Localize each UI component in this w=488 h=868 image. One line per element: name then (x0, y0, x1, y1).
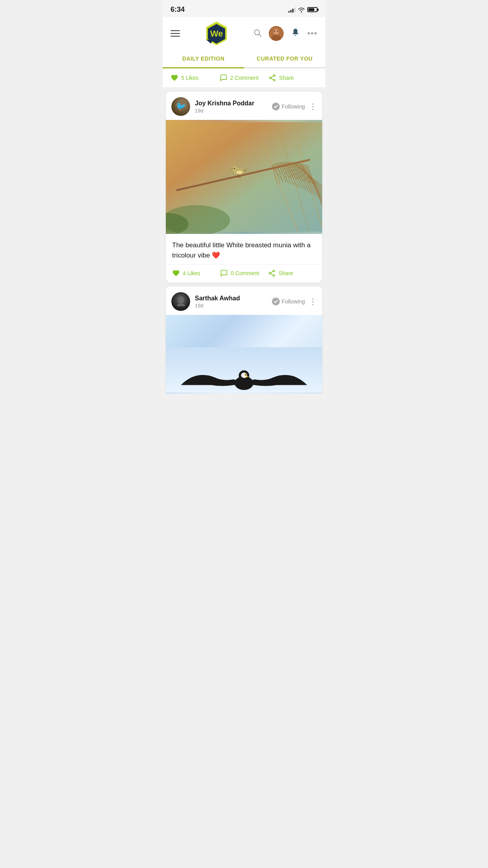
post-action-bar-1: 4 Likes 0 Comment Share (166, 264, 322, 283)
wifi-icon (298, 7, 305, 13)
status-bar: 6:34 (163, 0, 325, 17)
post-follow-area-2: Following ⋮ (272, 297, 317, 306)
svg-point-12 (270, 77, 271, 79)
post-more-2[interactable]: ⋮ (309, 297, 317, 306)
following-label-1: Following (282, 103, 305, 110)
svg-point-13 (273, 79, 275, 81)
user-avatar[interactable] (269, 26, 284, 41)
post-card-2: Sarthak Awhad 19d Following ⋮ (166, 287, 322, 394)
post-header-1: Joy Krishna Poddar 19d Following ⋮ (166, 92, 322, 120)
signal-icon (288, 7, 295, 13)
post-comments-button-1[interactable]: 0 Comment (220, 269, 268, 277)
post-avatar-2[interactable] (171, 292, 190, 311)
app-logo[interactable]: We (204, 21, 229, 46)
svg-line-70 (271, 271, 273, 273)
comments-button-top[interactable]: 2 Comment (220, 74, 269, 82)
svg-line-71 (271, 274, 273, 275)
post-header-2: Sarthak Awhad 19d Following ⋮ (166, 287, 322, 315)
post-user-info-2: Sarthak Awhad 19d (195, 295, 272, 309)
top-action-bar: 5 Likes 2 Comment Share (163, 68, 325, 88)
top-share-label: Share (279, 75, 294, 81)
svg-line-14 (271, 76, 273, 77)
search-button[interactable] (253, 28, 262, 39)
svg-point-68 (269, 272, 271, 274)
top-likes-count: 5 Likes (181, 75, 198, 81)
tab-daily-edition[interactable]: DAILY EDITION (163, 50, 244, 67)
post-image-1 (166, 120, 322, 234)
post-avatar-1[interactable] (171, 97, 190, 116)
top-comments-count: 2 Comment (230, 75, 259, 81)
post-time-1: 19d (195, 108, 272, 114)
likes-button[interactable]: 5 Likes (171, 74, 220, 82)
svg-point-60 (234, 168, 235, 169)
post-share-button-1[interactable]: Share (268, 269, 316, 277)
svg-point-9 (274, 31, 275, 32)
post-follow-area-1: Following ⋮ (272, 102, 317, 111)
hamburger-menu[interactable] (171, 30, 180, 37)
main-tabs: DAILY EDITION CURATED FOR YOU (163, 50, 325, 68)
svg-point-10 (277, 31, 278, 32)
svg-line-5 (259, 34, 261, 36)
post-more-1[interactable]: ⋮ (309, 102, 317, 111)
status-icons (288, 7, 317, 13)
svg-point-67 (273, 270, 275, 272)
following-badge-1[interactable]: Following (272, 103, 305, 110)
post-image-2 (166, 315, 322, 394)
post-likes-count-1: 4 Likes (183, 270, 200, 276)
header-actions: ••• (253, 26, 317, 41)
notification-button[interactable] (291, 28, 300, 39)
post-caption-1: The beautiful little White breasted muni… (166, 234, 322, 264)
post-username-1[interactable]: Joy Krishna Poddar (195, 100, 272, 107)
post-card-1: Joy Krishna Poddar 19d Following ⋮ (166, 92, 322, 283)
post-likes-button-1[interactable]: 4 Likes (172, 269, 220, 277)
post-time-2: 19d (195, 303, 272, 309)
app-header: We (163, 17, 325, 50)
post-comments-count-1: 0 Comment (231, 270, 259, 276)
post-share-label-1: Share (279, 270, 293, 276)
share-button-top[interactable]: Share (268, 74, 317, 82)
status-time: 6:34 (171, 6, 185, 14)
following-badge-2[interactable]: Following (272, 298, 305, 305)
battery-icon (307, 7, 317, 12)
svg-point-7 (273, 29, 279, 35)
following-label-2: Following (282, 298, 305, 305)
svg-point-79 (245, 374, 246, 375)
svg-text:We: We (210, 29, 223, 39)
post-username-2[interactable]: Sarthak Awhad (195, 295, 272, 302)
more-options-button[interactable]: ••• (307, 28, 317, 39)
check-icon-2 (272, 298, 280, 305)
post-user-info-1: Joy Krishna Poddar 19d (195, 100, 272, 114)
svg-point-59 (237, 171, 242, 175)
tab-curated[interactable]: CURATED FOR YOU (244, 50, 325, 67)
svg-point-11 (273, 75, 275, 76)
svg-point-69 (273, 275, 275, 276)
check-icon-1 (272, 103, 280, 110)
svg-line-15 (271, 78, 273, 80)
